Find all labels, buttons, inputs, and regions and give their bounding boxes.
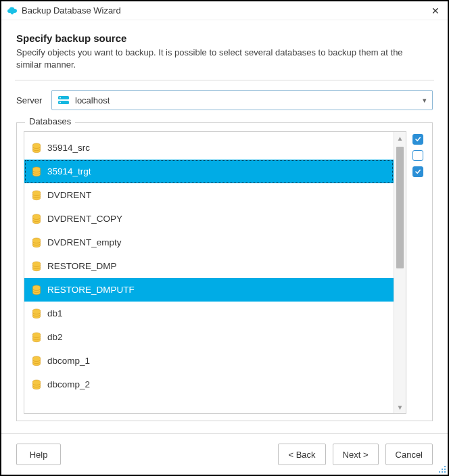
wizard-window: Backup Database Wizard ✕ Specify backup … (0, 0, 449, 476)
database-icon (31, 379, 42, 390)
database-icon (31, 237, 42, 248)
database-icon (31, 166, 42, 177)
database-row[interactable]: RESTORE_DMPUTF (24, 278, 394, 302)
database-icon (31, 285, 42, 295)
help-button[interactable]: Help (16, 444, 61, 465)
databases-fieldset: Databases 35914_src35914_trgtDVDRENTDVDR… (16, 122, 433, 421)
svg-point-16 (444, 469, 446, 470)
database-list-container: 35914_src35914_trgtDVDRENTDVDRENT_COPYDV… (24, 131, 406, 414)
database-icon (31, 332, 42, 343)
database-icon (31, 356, 42, 366)
next-button[interactable]: Next > (333, 444, 379, 465)
database-name: dbcomp_2 (47, 379, 90, 389)
svg-point-19 (442, 471, 443, 473)
database-row[interactable]: RESTORE_DMP (24, 254, 394, 278)
svg-point-18 (444, 471, 446, 473)
database-icon (31, 190, 42, 201)
back-button[interactable]: < Back (278, 444, 325, 465)
databases-legend: Databases (25, 116, 75, 126)
database-name: db1 (47, 308, 63, 318)
server-value: localhost (75, 95, 423, 105)
svg-point-2 (60, 97, 61, 99)
selection-checkbox[interactable] (412, 166, 423, 177)
database-row[interactable]: DVDRENT_empty (24, 231, 394, 254)
database-name: 35914_src (47, 143, 90, 153)
database-row[interactable]: db2 (24, 325, 394, 349)
scrollbar[interactable]: ▲ ▼ (394, 132, 406, 413)
server-row: Server localhost ▾ (16, 90, 433, 110)
title-bar: Backup Database Wizard ✕ (1, 1, 448, 20)
database-name: RESTORE_DMPUTF (47, 285, 135, 295)
database-row[interactable]: DVDRENT (24, 183, 394, 207)
selection-checkbox[interactable] (412, 150, 423, 161)
database-row[interactable]: 35914_trgt (24, 160, 394, 183)
database-list[interactable]: 35914_src35914_trgtDVDRENTDVDRENT_COPYDV… (24, 132, 394, 413)
content-area: Specify backup source Specify objects yo… (1, 20, 448, 433)
cancel-button[interactable]: Cancel (385, 444, 433, 465)
database-icon (31, 214, 42, 224)
database-row[interactable]: DVDRENT_COPY (24, 207, 394, 231)
window-title: Backup Database Wizard (22, 5, 427, 16)
svg-point-15 (444, 466, 446, 467)
database-name: db2 (47, 332, 63, 342)
scroll-up-icon[interactable]: ▲ (394, 132, 406, 144)
page-description: Specify objects you want to backup. It i… (16, 47, 422, 70)
page-heading: Specify backup source (16, 32, 433, 44)
divider (15, 80, 434, 80)
database-row[interactable]: 35914_src (24, 136, 394, 160)
server-select[interactable]: localhost ▾ (51, 90, 433, 110)
server-icon (57, 95, 70, 105)
selection-toggle-column (410, 131, 425, 414)
database-name: DVDRENT_empty (47, 237, 122, 247)
database-row[interactable]: dbcomp_2 (24, 373, 394, 396)
database-name: DVDRENT_COPY (47, 214, 122, 224)
scroll-down-icon[interactable]: ▼ (394, 401, 406, 413)
close-icon[interactable]: ✕ (427, 3, 444, 18)
database-name: 35914_trgt (47, 166, 91, 176)
svg-point-20 (439, 471, 440, 473)
database-name: dbcomp_1 (47, 356, 90, 366)
selection-checkbox[interactable] (412, 134, 423, 145)
database-row[interactable]: db1 (24, 302, 394, 325)
resize-grip-icon[interactable] (438, 465, 446, 473)
footer: Help < Back Next > Cancel (1, 433, 448, 475)
database-name: RESTORE_DMP (47, 261, 117, 271)
cloud-backup-icon (7, 5, 18, 16)
svg-point-3 (60, 102, 61, 103)
database-icon (31, 261, 42, 272)
scroll-thumb[interactable] (396, 147, 404, 268)
database-name: DVDRENT (47, 190, 91, 200)
svg-point-17 (442, 469, 443, 470)
database-icon (31, 143, 42, 153)
database-icon (31, 308, 42, 319)
database-row[interactable]: dbcomp_1 (24, 349, 394, 373)
chevron-down-icon: ▾ (423, 96, 427, 105)
server-label: Server (16, 95, 51, 105)
